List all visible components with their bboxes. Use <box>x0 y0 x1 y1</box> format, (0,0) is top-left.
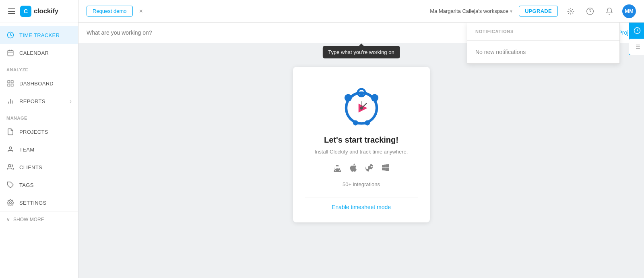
sidebar-nav: TIME TRACKER CALENDAR ANALYZE DASHBOARD … <box>0 23 78 230</box>
svg-rect-8 <box>8 84 10 86</box>
clients-icon <box>6 163 14 171</box>
workspace-label: Ma Margarita Calleja's workspace <box>430 8 508 14</box>
notifications-bell-icon[interactable] <box>603 5 616 18</box>
svg-rect-6 <box>11 81 13 83</box>
sidebar-item-dashboard[interactable]: DASHBOARD <box>0 75 78 92</box>
reports-icon <box>6 97 14 105</box>
sidebar-item-label-tags: TAGS <box>19 182 34 188</box>
svg-point-33 <box>368 166 371 169</box>
help-icon[interactable] <box>584 5 597 18</box>
show-more-button[interactable]: ∨ SHOW MORE <box>0 212 78 227</box>
timer-view-list-button[interactable] <box>629 39 644 55</box>
header-left: Request demo × <box>87 6 145 17</box>
sidebar-item-calendar[interactable]: CALENDAR <box>0 44 78 62</box>
enable-timesheet-link[interactable]: Enable timesheet mode <box>305 197 418 210</box>
svg-point-13 <box>8 164 11 167</box>
sidebar-item-projects[interactable]: PROJECTS <box>0 123 78 141</box>
avatar[interactable]: MM <box>622 4 636 18</box>
svg-rect-25 <box>359 93 363 97</box>
tags-icon <box>6 181 14 189</box>
chevron-down-icon: ∨ <box>6 217 10 222</box>
sidebar-item-settings[interactable]: SETTINGS <box>0 194 78 212</box>
notifications-header: NOTIFICATIONS <box>467 23 619 41</box>
header-right: Ma Margarita Calleja's workspace ▾ UPGRA… <box>430 4 636 18</box>
chrome-icon <box>365 163 374 175</box>
tooltip-type-working-on: Type what you're working on <box>322 46 400 58</box>
close-demo-button[interactable]: × <box>137 7 145 16</box>
workspace-selector[interactable]: Ma Margarita Calleja's workspace ▾ <box>430 8 512 14</box>
logo: C clockify <box>20 6 58 17</box>
team-icon <box>6 145 14 154</box>
main-content: Request demo × Ma Margarita Calleja's wo… <box>78 0 644 278</box>
request-demo-button[interactable]: Request demo <box>87 6 133 17</box>
sidebar-item-label-time-tracker: TIME TRACKER <box>19 32 60 38</box>
no-notifications-text: No new notifications <box>475 49 526 55</box>
sidebar-item-tags[interactable]: TAGS <box>0 176 78 194</box>
android-icon <box>332 163 342 175</box>
sidebar-item-label-clients: CLIENTS <box>19 164 42 170</box>
notifications-panel: NOTIFICATIONS No new notifications <box>467 23 620 64</box>
sidebar: C clockify TIME TRACKER CALENDAR ANALYZE… <box>0 0 78 278</box>
content-area: ⊕ Project Type what you're working on Ca… <box>78 23 644 278</box>
svg-point-27 <box>371 94 378 102</box>
svg-rect-5 <box>8 81 10 83</box>
svg-point-17 <box>587 8 594 15</box>
sidebar-item-reports[interactable]: REPORTS › <box>0 92 78 110</box>
svg-point-28 <box>353 120 358 126</box>
notifications-body: No new notifications <box>467 41 619 63</box>
timer-view-clock-button[interactable] <box>629 23 644 39</box>
sidebar-logo: C clockify <box>0 0 78 23</box>
settings-icon <box>6 199 14 207</box>
sidebar-item-label-dashboard: DASHBOARD <box>19 81 54 87</box>
header: Request demo × Ma Margarita Calleja's wo… <box>78 0 644 23</box>
sidebar-item-time-tracker[interactable]: TIME TRACKER <box>0 26 78 44</box>
sidebar-item-team[interactable]: TEAM <box>0 141 78 158</box>
svg-point-16 <box>570 10 571 12</box>
apple-icon <box>349 163 358 175</box>
upgrade-button[interactable]: UPGRADE <box>519 6 558 17</box>
manage-section-label: MANAGE <box>0 110 78 123</box>
logo-icon: C <box>20 6 31 17</box>
svg-point-15 <box>10 202 12 204</box>
calendar-icon <box>6 49 14 57</box>
clock-icon <box>6 31 14 39</box>
svg-rect-1 <box>8 50 13 56</box>
sidebar-item-clients[interactable]: CLIENTS <box>0 158 78 176</box>
svg-point-29 <box>365 120 370 126</box>
svg-point-12 <box>9 147 12 149</box>
analyze-section-label: ANALYZE <box>0 62 78 75</box>
dashboard-icon <box>6 79 14 87</box>
integrations-label: 50+ integrations <box>305 181 418 187</box>
sidebar-item-label-settings: SETTINGS <box>19 200 46 206</box>
notifications-title: NOTIFICATIONS <box>475 29 514 34</box>
show-more-label: SHOW MORE <box>13 217 44 222</box>
sidebar-item-label-team: TEAM <box>19 147 34 153</box>
hamburger-menu-icon[interactable] <box>6 7 17 16</box>
windows-icon <box>381 163 390 175</box>
integrations-icon[interactable] <box>564 5 577 18</box>
svg-point-26 <box>344 94 351 102</box>
card-subtitle: Install Clockify and track time anywhere… <box>305 149 418 155</box>
card-title: Let's start tracking! <box>305 135 418 145</box>
sidebar-item-label-calendar: CALENDAR <box>19 50 49 56</box>
chevron-right-icon: › <box>70 98 72 104</box>
sidebar-item-label-projects: PROJECTS <box>19 129 48 135</box>
logo-text: clockify <box>34 7 58 15</box>
sidebar-item-label-reports: REPORTS <box>19 98 45 104</box>
start-tracking-card: Let's start tracking! Install Clockify a… <box>293 67 430 222</box>
projects-icon <box>6 128 14 136</box>
svg-rect-7 <box>11 84 13 86</box>
workspace-chevron-icon: ▾ <box>510 8 512 14</box>
platform-icons <box>305 163 418 175</box>
timer-graphic <box>339 83 384 127</box>
